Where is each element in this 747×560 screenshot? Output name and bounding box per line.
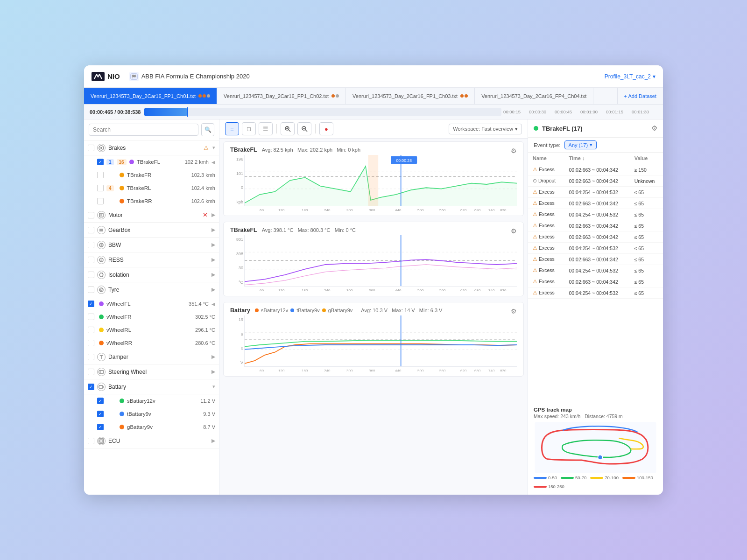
add-dataset-button[interactable]: + Add Dataset — [617, 88, 663, 104]
group-tyre-header[interactable]: Tyre ▶ — [84, 282, 219, 297]
tbrakerr-checkbox[interactable] — [97, 198, 104, 204]
tree-item-tbrakerr[interactable]: TBrakeRR 102.6 kmh — [84, 195, 219, 208]
dataset-tab-3[interactable]: Venruri_1234573_Day_2Car16_FP4_Ch04.txt — [475, 88, 593, 104]
tyre-checkbox[interactable] — [88, 287, 94, 293]
motor-checkbox[interactable] — [88, 212, 94, 218]
table-row: ⚠ Excess 00:02:663 ~ 00:04:342 ≤ 65 — [528, 276, 663, 287]
toolbar-btn-zoom-in[interactable] — [281, 122, 295, 135]
gearbox-checkbox[interactable] — [88, 227, 94, 233]
dataset-tab-2[interactable]: Venruri_1234573_Day_2Car16_FP1_Ch03.txt — [346, 88, 475, 104]
ecu-arrow: ▶ — [211, 438, 215, 444]
timeline-track[interactable] — [144, 108, 501, 116]
warn-icon: ⚠ — [533, 234, 537, 239]
tbattary9v-checkbox[interactable]: ✓ — [97, 411, 104, 417]
svg-text:500: 500 — [417, 288, 424, 291]
battary-icon — [97, 383, 106, 391]
damper-label: Damper — [108, 354, 208, 360]
toolbar-btn-compact[interactable]: ☰ — [259, 122, 273, 135]
status-indicator — [534, 126, 538, 131]
group-battary-header[interactable]: ✓ Battary ▾ — [84, 379, 219, 394]
event-value: ≥ 150 — [630, 164, 663, 175]
group-ress-header[interactable]: R RESS ▶ — [84, 252, 219, 267]
dataset-tabs: Venruri_1234573_Day_2Car16_FP1_Ch01.txt … — [84, 88, 663, 105]
tbrakerl-checkbox[interactable] — [97, 185, 104, 191]
group-gearbox-header[interactable]: GearBox ▶ — [84, 223, 219, 238]
event-value: ≤ 65 — [630, 198, 663, 209]
tree-item-vwheelrl[interactable]: vWheelRL 296.1 °C — [84, 323, 219, 336]
toolbar-btn-list[interactable]: ≡ — [225, 122, 239, 135]
bbw-checkbox[interactable] — [88, 242, 94, 248]
dataset-tab-1[interactable]: Venruri_1234573_Day_2Car16_FP1_Ch02.txt — [217, 88, 346, 104]
timeline-cursor — [187, 107, 188, 117]
panel-gear-icon[interactable]: ⚙ — [651, 124, 657, 133]
search-button[interactable]: 🔍 — [201, 123, 214, 136]
chart-stats-1: Avg: 82.5 kph Max: 202.2 kph Min: 0 kph — [262, 147, 360, 153]
group-ecu-header[interactable]: ECU ▶ — [84, 434, 219, 448]
tbrakerl-badge: 4 — [106, 185, 114, 191]
toolbar-btn-zoom-out[interactable] — [297, 122, 311, 135]
vwheelfl-arrow: ◀ — [211, 301, 215, 307]
event-type-select[interactable]: Any (17) ▾ — [564, 140, 597, 149]
svg-point-3 — [100, 147, 102, 149]
ress-checkbox[interactable] — [88, 257, 94, 263]
isolation-checkbox[interactable] — [88, 272, 94, 278]
tree-item-tbattary9v[interactable]: ✓ tBattary9v 9.3 V — [84, 407, 219, 420]
gps-legend-150-250: 150-250 — [534, 484, 564, 489]
chart-settings-btn-2[interactable]: ⚙ — [508, 226, 519, 236]
table-row: ⚠ Excess 00:02:663 ~ 00:04:342 ≥ 150 — [528, 164, 663, 175]
chart-area-2: 801 398 30 °C — [230, 235, 517, 291]
tree-item-tbrakefl[interactable]: ✓ 1 16 TBrakeFL 102.2 kmh ◀ — [84, 155, 219, 168]
group-motor-header[interactable]: Motor ✕ ▶ — [84, 208, 219, 223]
svg-text:180: 180 — [302, 369, 308, 371]
search-input[interactable] — [89, 124, 198, 136]
vwheelfl-checkbox[interactable]: ✓ — [88, 301, 94, 307]
profile-selector[interactable]: Profile_3LT_cac_2 ▾ — [605, 73, 655, 80]
toolbar-btn-grid[interactable]: □ — [242, 122, 256, 135]
battary-checkbox[interactable]: ✓ — [88, 384, 94, 390]
svg-point-15 — [99, 288, 103, 292]
tree-item-vwheelfr[interactable]: vWheelFR 302.5 °C — [84, 310, 219, 323]
chart-x-labels-2: 60 120 180 240 300 360 440 500 560 620 6… — [245, 287, 517, 291]
vwheelfl-label: vWheelFL — [106, 301, 186, 307]
sbattary12v-checkbox[interactable]: ✓ — [97, 398, 104, 404]
toolbar-btn-record[interactable]: ● — [319, 122, 333, 135]
tree-item-tbrakefr[interactable]: TBrakeFR 102.3 kmh — [84, 168, 219, 182]
event-value: ≤ 65 — [630, 276, 663, 287]
group-isolation-header[interactable]: Isolation ▶ — [84, 267, 219, 282]
group-brakes-header[interactable]: Brakes ⚠ ▾ — [84, 140, 219, 155]
group-steering-header[interactable]: Steering Wheel ▶ — [84, 364, 219, 379]
svg-text:820: 820 — [500, 208, 507, 211]
group-bbw-header[interactable]: BBW ▶ — [84, 238, 219, 252]
tbrakefl-checkbox[interactable]: ✓ — [97, 159, 104, 165]
vwheelrl-checkbox[interactable] — [88, 327, 94, 333]
chart-card-tbrakefl-temp: TBrakeFL Avg: 398.1 °C Max: 800.3 °C Min… — [223, 222, 524, 296]
tree-item-vwheelrr[interactable]: vWheelRR 280.6 °C — [84, 336, 219, 350]
gbattary9v-checkbox[interactable]: ✓ — [97, 424, 104, 430]
steering-checkbox[interactable] — [88, 369, 94, 375]
event-value: ≤ 65 — [630, 265, 663, 276]
group-damper-header[interactable]: Damper ▶ — [84, 350, 219, 364]
vwheelfr-checkbox[interactable] — [88, 314, 94, 320]
toolbar-divider-1 — [276, 124, 277, 133]
tbrakefl-value: 102.2 kmh — [185, 159, 209, 165]
workspace-select[interactable]: Workspace: Fast overview ▾ — [449, 124, 522, 134]
event-time: 00:04:254 ~ 00:04:532 — [564, 209, 629, 220]
tree-item-vwheelfl[interactable]: ✓ vWheelFL 351.4 °C ◀ — [84, 297, 219, 310]
tree-item-gbattary9v[interactable]: ✓ gBattary9v 8.7 V — [84, 420, 219, 434]
chart-settings-btn-3[interactable]: ⚙ — [508, 306, 519, 316]
svg-line-30 — [305, 130, 307, 132]
col-time[interactable]: Time ↓ — [564, 153, 629, 164]
svg-text:120: 120 — [278, 369, 285, 371]
tbrakefr-value: 102.3 kmh — [191, 172, 215, 178]
table-row: ⚠ Excess 00:04:254 ~ 00:04:532 ≤ 65 — [528, 209, 663, 220]
dataset-tab-0[interactable]: Venruri_1234573_Day_2Car16_FP1_Ch01.txt — [84, 88, 217, 104]
vwheelrr-checkbox[interactable] — [88, 340, 94, 346]
brakes-checkbox[interactable] — [88, 145, 94, 151]
tree-item-sbattary12v[interactable]: ✓ sBattary12v 11.2 V — [84, 394, 219, 407]
tree-item-tbrakerl[interactable]: 4 TBrakeRL 102.4 kmh — [84, 182, 219, 195]
chart-settings-btn-1[interactable]: ⚙ — [508, 146, 519, 156]
ecu-checkbox[interactable] — [88, 438, 94, 444]
damper-checkbox[interactable] — [88, 354, 94, 360]
tbrakefr-checkbox[interactable] — [97, 172, 104, 178]
tbrakefl-badge1: 1 — [106, 159, 114, 165]
